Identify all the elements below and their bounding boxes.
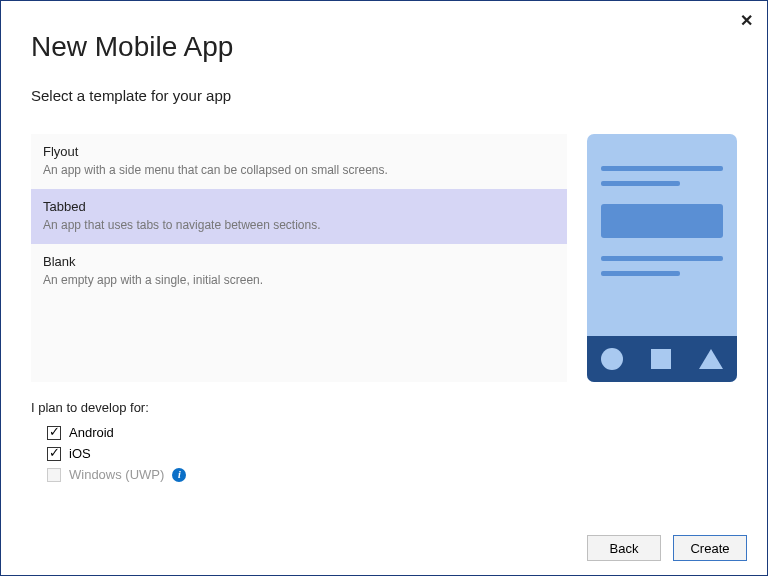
template-item-tabbed[interactable]: Tabbed An app that uses tabs to navigate… [31, 189, 567, 244]
checkbox-icon [47, 468, 61, 482]
preview-line [601, 271, 680, 276]
template-name: Flyout [43, 144, 555, 159]
info-icon[interactable]: i [172, 468, 186, 482]
template-name: Blank [43, 254, 555, 269]
platform-android[interactable]: Android [47, 425, 737, 440]
template-name: Tabbed [43, 199, 555, 214]
template-preview [587, 134, 737, 382]
template-item-flyout[interactable]: Flyout An app with a side menu that can … [31, 134, 567, 189]
template-desc: An app with a side menu that can be coll… [43, 163, 555, 177]
dialog-subtitle: Select a template for your app [31, 87, 737, 104]
dialog-footer: Back Create [587, 535, 747, 561]
tab-circle-icon [601, 348, 623, 370]
platform-label: iOS [69, 446, 91, 461]
template-list: Flyout An app with a side menu that can … [31, 134, 567, 382]
preview-line [601, 181, 680, 186]
create-button[interactable]: Create [673, 535, 747, 561]
preview-line [601, 166, 723, 171]
preview-block [601, 204, 723, 238]
platform-windows-uwp: Windows (UWP) i [47, 467, 737, 482]
platform-label: Android [69, 425, 114, 440]
back-button[interactable]: Back [587, 535, 661, 561]
tab-triangle-icon [699, 349, 723, 369]
close-button[interactable]: ✕ [740, 11, 753, 30]
preview-line [601, 256, 723, 261]
checkbox-icon[interactable] [47, 447, 61, 461]
tab-square-icon [651, 349, 671, 369]
platform-label: Windows (UWP) [69, 467, 164, 482]
new-mobile-app-dialog: ✕ New Mobile App Select a template for y… [0, 0, 768, 576]
template-desc: An empty app with a single, initial scre… [43, 273, 555, 287]
template-item-blank[interactable]: Blank An empty app with a single, initia… [31, 244, 567, 299]
dialog-title: New Mobile App [31, 31, 737, 63]
develop-for-label: I plan to develop for: [31, 400, 737, 415]
platform-ios[interactable]: iOS [47, 446, 737, 461]
phone-tabbar [587, 336, 737, 382]
phone-mockup [587, 134, 737, 382]
checkbox-icon[interactable] [47, 426, 61, 440]
template-desc: An app that uses tabs to navigate betwee… [43, 218, 555, 232]
